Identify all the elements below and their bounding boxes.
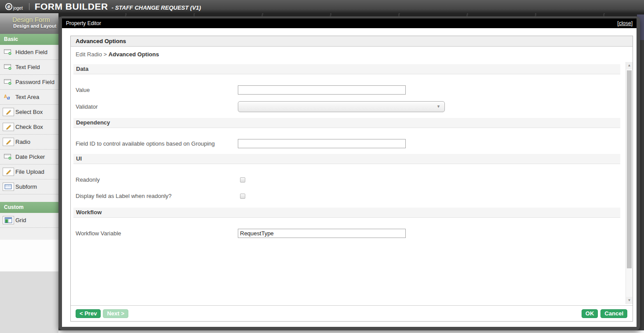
textbox-add-icon [3,79,14,85]
section-header-workflow: Workflow [73,208,620,218]
next-button[interactable]: Next > [103,309,128,318]
field-row-display-as-label: Display field as Label when readonly? [73,193,620,199]
grouping-field-id-input[interactable] [238,139,406,148]
property-editor-dialog: Property Editor [close] Advanced Options… [58,16,640,330]
breadcrumb-current: Advanced Options [109,51,159,58]
joget-logo: e joget [5,3,23,10]
divider [29,3,29,10]
prev-button[interactable]: < Prev [76,309,101,318]
palette-item-label: Text Area [15,94,39,100]
scrollbar[interactable]: ▲ ▼ [626,62,633,304]
pencil-icon [3,123,14,131]
palette-item-subform[interactable]: Subform [0,179,58,194]
display-as-label-checkbox[interactable] [240,194,245,199]
page-title: Advanced Options [71,36,633,47]
palette-item-label: Select Box [15,109,43,115]
palette-item-radio[interactable]: Radio [0,135,58,150]
close-link[interactable]: [close] [617,20,633,26]
element-palette: Basic Hidden Field Text Field Password F… [0,34,58,240]
palette-item-file-upload[interactable]: File Upload [0,165,58,179]
palette-item-label: Radio [15,139,30,145]
palette-item-grid[interactable]: Grid [0,213,58,228]
grid-icon [3,216,14,224]
scrollbar-thumb[interactable] [627,70,632,268]
palette-item-label: File Upload [15,168,44,175]
field-label: Display field as Label when readonly? [73,193,238,199]
palette-gap [0,194,58,202]
field-label: Field ID to control available options ba… [73,140,238,147]
pencil-icon [3,108,14,116]
chevron-down-icon: ▼ [437,105,440,109]
modal-title: Property Editor [66,20,101,26]
sidebar-subtitle: Design and Layout [13,23,58,29]
textbox-add-icon [3,49,14,55]
sidebar-title: Design Form [12,16,58,23]
palette-item-check-box[interactable]: Check Box [0,120,58,135]
section-header-data: Data [73,64,620,74]
field-row-validator: Validator ▼ [73,101,620,112]
palette-section-basic: Basic [0,34,58,45]
field-row-readonly: Readonly [73,176,620,183]
textbox-add-icon [3,64,14,70]
property-editor-content: Advanced Options Edit Radio > Advanced O… [70,36,633,322]
ok-button[interactable]: OK [582,309,598,318]
palette-item-text-field[interactable]: Text Field [0,60,58,75]
palette-item-password-field[interactable]: Password Field [0,75,58,90]
cancel-button[interactable]: Cancel [600,309,627,318]
subform-icon [3,183,14,191]
properties-scroll-area: Data Value Validator ▼ Dependency Field … [71,58,633,321]
palette-item-label: Password Field [15,79,55,85]
validator-select[interactable]: ▼ [238,101,445,112]
textarea-icon: Aa [3,93,14,101]
palette-item-text-area[interactable]: Aa Text Area [0,90,58,105]
sidebar: Design Form Design and Layout Basic Hidd… [0,13,58,333]
page-background-gray [0,271,58,333]
field-label: Readonly [73,176,238,183]
page-bottom-strip [58,330,644,333]
field-label: Value [73,87,238,93]
pencil-icon [3,138,14,146]
palette-item-hidden-field[interactable]: Hidden Field [0,45,58,60]
field-row-value: Value [73,85,620,95]
sidebar-header: Design Form Design and Layout [0,13,58,34]
palette-item-label: Subform [15,183,37,190]
field-row-grouping-field-id: Field ID to control available options ba… [73,139,620,148]
palette-item-label: Check Box [15,124,43,130]
palette-item-label: Grid [15,217,26,223]
value-input[interactable] [238,85,406,95]
palette-item-label: Date Picker [15,154,45,160]
property-editor-window: Property Editor [close] Advanced Options… [62,18,637,327]
field-label: Validator [73,103,238,110]
svg-text:a: a [7,94,10,101]
breadcrumb-parent[interactable]: Edit Radio [76,51,102,58]
palette-item-date-picker[interactable]: Date Picker [0,150,58,165]
palette-tail [0,228,58,240]
section-header-ui: UI [73,154,620,164]
modal-titlebar: Property Editor [close] [62,18,637,28]
breadcrumb-separator: > [104,51,107,58]
workflow-variable-input[interactable] [238,229,406,238]
section-header-dependency: Dependency [73,118,620,128]
topbar: e joget FORM BUILDER - STAFF CHANGE REQU… [0,0,644,13]
joget-logo-icon: e [5,3,12,10]
field-label: Workflow Variable [73,230,238,237]
scroll-up-icon[interactable]: ▲ [626,62,633,69]
palette-item-label: Text Field [15,64,40,70]
pencil-icon [3,168,14,176]
field-row-workflow-variable: Workflow Variable [73,229,620,238]
page-background-white [0,240,58,271]
readonly-checkbox[interactable] [240,177,245,183]
palette-section-custom: Custom [0,202,58,213]
form-name-subtitle: - STAFF CHANGE REQUEST (V1) [112,4,201,11]
palette-item-label: Hidden Field [15,49,47,55]
scroll-down-icon[interactable]: ▼ [626,297,633,304]
modal-body: Advanced Options Edit Radio > Advanced O… [62,28,637,327]
palette-item-select-box[interactable]: Select Box [0,105,58,120]
app-title: FORM BUILDER [35,1,108,12]
joget-logo-text: joget [13,6,23,11]
breadcrumb: Edit Radio > Advanced Options [71,47,633,58]
textbox-add-icon [3,154,14,160]
dialog-button-row: < Prev Next > OK Cancel [71,305,633,321]
